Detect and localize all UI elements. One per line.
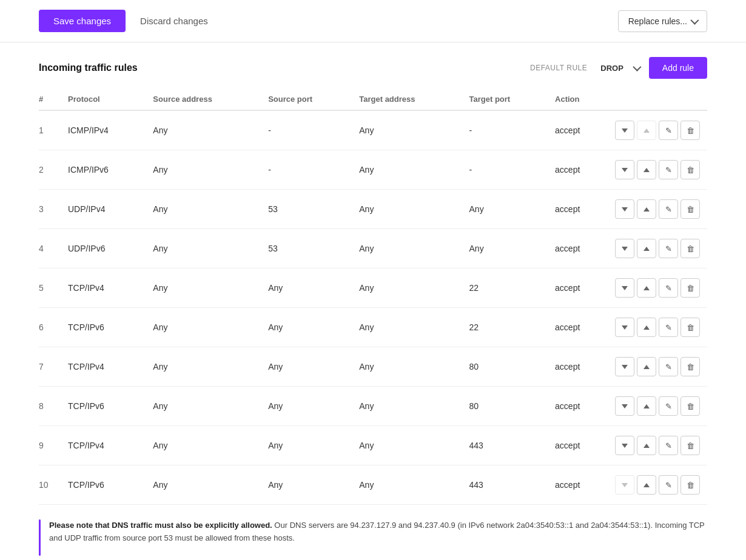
edit-button[interactable]: ✎ <box>659 475 678 495</box>
delete-button[interactable]: 🗑 <box>680 239 700 258</box>
row-num: 5 <box>39 268 63 308</box>
edit-button[interactable]: ✎ <box>659 278 678 298</box>
row-protocol: TCP/IPv6 <box>63 387 148 426</box>
move-up-button[interactable] <box>637 278 656 298</box>
edit-button[interactable]: ✎ <box>659 357 678 376</box>
move-down-button[interactable] <box>615 396 634 416</box>
row-protocol: TCP/IPv6 <box>63 308 148 347</box>
move-up-button[interactable] <box>637 160 656 179</box>
delete-button[interactable]: 🗑 <box>680 436 700 455</box>
row-source-address: Any <box>148 465 263 505</box>
col-header-actions <box>610 88 707 110</box>
edit-button[interactable]: ✎ <box>659 160 678 179</box>
arrow-down-icon <box>622 325 628 330</box>
edit-button[interactable]: ✎ <box>659 396 678 416</box>
move-up-button[interactable] <box>637 239 656 258</box>
add-rule-button[interactable]: Add rule <box>649 57 707 79</box>
row-protocol: ICMP/IPv4 <box>63 110 148 150</box>
dropdown-chevron-icon <box>633 63 641 72</box>
move-down-button[interactable] <box>615 357 634 376</box>
row-protocol: TCP/IPv4 <box>63 268 148 308</box>
row-protocol: ICMP/IPv6 <box>63 150 148 190</box>
edit-button[interactable]: ✎ <box>659 199 678 219</box>
delete-button[interactable]: 🗑 <box>680 396 700 416</box>
row-actions: ✎ 🗑 <box>610 110 707 150</box>
trash-icon: 🗑 <box>687 323 694 332</box>
move-up-button[interactable] <box>637 199 656 219</box>
edit-button[interactable]: ✎ <box>659 239 678 258</box>
arrow-down-icon <box>622 404 628 408</box>
edit-button[interactable]: ✎ <box>659 318 678 337</box>
table-body: 1 ICMP/IPv4 Any - Any - accept ✎ <box>39 110 707 505</box>
edit-button[interactable]: ✎ <box>659 436 678 455</box>
move-down-button[interactable] <box>615 239 634 258</box>
arrow-up-icon <box>644 404 650 408</box>
delete-button[interactable]: 🗑 <box>680 278 700 298</box>
row-actions: ✎ 🗑 <box>610 426 707 465</box>
col-header-num: # <box>39 88 63 110</box>
move-up-button[interactable] <box>637 357 656 376</box>
col-header-target-address: Target address <box>354 88 464 110</box>
delete-button[interactable]: 🗑 <box>680 160 700 179</box>
row-target-address: Any <box>354 347 464 387</box>
discard-button[interactable]: Discard changes <box>135 10 213 32</box>
toolbar: Save changes Discard changes Replace rul… <box>0 0 746 42</box>
arrow-up-icon <box>644 247 650 251</box>
row-target-port: Any <box>465 190 551 229</box>
row-action: accept <box>550 110 610 150</box>
row-protocol: UDP/IPv6 <box>63 229 148 268</box>
edit-icon: ✎ <box>665 441 672 450</box>
default-rule-dropdown-button[interactable] <box>633 65 639 71</box>
table-row: 1 ICMP/IPv4 Any - Any - accept ✎ <box>39 110 707 150</box>
move-down-button[interactable] <box>615 318 634 337</box>
row-action: accept <box>550 426 610 465</box>
row-target-port: 443 <box>465 426 551 465</box>
replace-rules-label: Replace rules... <box>628 16 687 26</box>
arrow-down-icon <box>622 365 628 369</box>
row-source-address: Any <box>148 268 263 308</box>
delete-button[interactable]: 🗑 <box>680 357 700 376</box>
delete-button[interactable]: 🗑 <box>680 475 700 495</box>
table-row: 3 UDP/IPv4 Any 53 Any Any accept ✎ <box>39 190 707 229</box>
move-up-button[interactable] <box>637 475 656 495</box>
move-down-button[interactable] <box>615 436 634 455</box>
table-header: # Protocol Source address Source port Ta… <box>39 88 707 110</box>
row-action: accept <box>550 465 610 505</box>
note-text: Please note that DNS traffic must also b… <box>49 519 707 545</box>
replace-rules-button[interactable]: Replace rules... <box>618 10 707 32</box>
table-row: 9 TCP/IPv4 Any Any Any 443 accept ✎ <box>39 426 707 465</box>
row-source-port: Any <box>263 268 354 308</box>
arrow-down-icon <box>622 247 628 251</box>
delete-button[interactable]: 🗑 <box>680 121 700 140</box>
row-target-address: Any <box>354 268 464 308</box>
move-up-button[interactable] <box>637 318 656 337</box>
trash-icon: 🗑 <box>687 441 694 450</box>
save-button[interactable]: Save changes <box>39 10 126 32</box>
row-target-port: 80 <box>465 347 551 387</box>
move-down-button[interactable] <box>615 278 634 298</box>
arrow-up-icon <box>644 444 650 448</box>
row-actions: ✎ 🗑 <box>610 190 707 229</box>
row-source-port: 53 <box>263 190 354 229</box>
delete-button[interactable]: 🗑 <box>680 318 700 337</box>
move-down-button[interactable] <box>615 199 634 219</box>
row-protocol: UDP/IPv4 <box>63 190 148 229</box>
section-header: Incoming traffic rules DEFAULT RULE DROP… <box>0 42 746 88</box>
row-actions: ✎ 🗑 <box>610 387 707 426</box>
row-action: accept <box>550 190 610 229</box>
dns-note-section: Please note that DNS traffic must also b… <box>39 519 707 556</box>
table-row: 6 TCP/IPv6 Any Any Any 22 accept ✎ <box>39 308 707 347</box>
trash-icon: 🗑 <box>687 402 694 411</box>
move-down-button[interactable] <box>615 121 634 140</box>
chevron-down-icon <box>690 16 699 24</box>
delete-button[interactable]: 🗑 <box>680 199 700 219</box>
move-up-button[interactable] <box>637 396 656 416</box>
move-up-button[interactable] <box>637 436 656 455</box>
row-protocol: TCP/IPv4 <box>63 347 148 387</box>
edit-button[interactable]: ✎ <box>659 121 678 140</box>
row-source-address: Any <box>148 110 263 150</box>
row-target-port: 22 <box>465 268 551 308</box>
arrow-up-icon <box>644 207 650 212</box>
row-actions: ✎ 🗑 <box>610 150 707 190</box>
move-down-button[interactable] <box>615 160 634 179</box>
